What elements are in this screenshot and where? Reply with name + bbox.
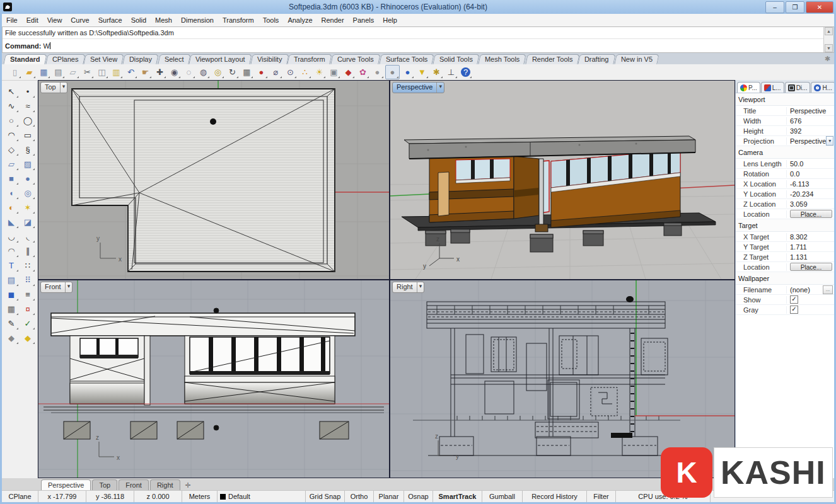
menu-item-view[interactable]: View xyxy=(43,15,67,25)
status-smarttrack[interactable]: SmartTrack xyxy=(433,491,482,502)
value-text[interactable]: -6.113 xyxy=(790,180,809,188)
options-gears-icon[interactable]: ✱ xyxy=(430,66,443,79)
dropdown-arrow-icon[interactable]: ▾ xyxy=(826,136,833,146)
cut-icon[interactable]: ✂ xyxy=(81,66,94,79)
tab-display[interactable]: Di... xyxy=(785,82,811,93)
menu-item-transform[interactable]: Transform xyxy=(218,15,258,25)
copy-icon[interactable]: ◫ xyxy=(95,66,108,79)
fillet-surface-icon[interactable]: ◡ xyxy=(3,229,20,244)
zoom-selected-icon[interactable]: ◎ xyxy=(211,66,224,79)
torus-icon[interactable]: ◎ xyxy=(20,186,36,200)
pan-icon[interactable]: ☛ xyxy=(139,66,152,79)
menu-item-render[interactable]: Render xyxy=(317,15,349,25)
viewport-tab-front[interactable]: Front xyxy=(119,479,149,490)
toolbar-tab-render-tools[interactable]: Render Tools xyxy=(525,54,579,64)
viewport-title-perspective[interactable]: Perspective ▾ xyxy=(392,82,444,93)
checkbox[interactable]: ✓ xyxy=(790,306,798,314)
grid-icon[interactable]: ▦ xyxy=(3,302,20,316)
tab-properties[interactable]: P... xyxy=(737,82,760,93)
zoom-window-icon[interactable]: ◍ xyxy=(197,66,210,79)
split-icon[interactable]: ◪ xyxy=(20,215,36,229)
status-grid-snap[interactable]: Grid Snap xyxy=(306,491,345,502)
shade-sphere-icon[interactable]: ● xyxy=(371,66,384,79)
value-text[interactable]: 1.711 xyxy=(790,243,807,251)
browse-button[interactable]: ... xyxy=(823,285,833,294)
command-scrollbar[interactable]: ▲ ▼ xyxy=(823,27,833,52)
pan-views-icon[interactable]: ✛ xyxy=(182,481,195,490)
viewport-layout-icon[interactable]: ▦ xyxy=(240,66,253,79)
viewport-perspective[interactable]: z x y Perspective ▾ xyxy=(390,81,734,279)
status-filter[interactable]: Filter xyxy=(587,491,616,502)
toolbar-tab-surface-tools[interactable]: Surface Tools xyxy=(379,54,434,64)
menu-item-mesh[interactable]: Mesh xyxy=(151,15,177,25)
rotate-view-icon[interactable]: ↻ xyxy=(226,66,239,79)
viewport-front[interactable]: z x Front ▾ xyxy=(38,280,389,478)
box-icon[interactable]: ■ xyxy=(3,171,20,186)
maximize-button[interactable]: ❐ xyxy=(786,1,804,13)
notes-icon[interactable]: ✎ xyxy=(3,316,20,331)
arc-icon[interactable]: ◠ xyxy=(3,128,20,142)
gear-icon[interactable]: ✱ xyxy=(825,55,830,63)
named-view-car-icon[interactable]: ● xyxy=(255,66,268,79)
zoom-dynamic-icon[interactable]: ◌ xyxy=(182,66,195,79)
status-cplane[interactable]: CPlane xyxy=(2,491,38,502)
surface-icon[interactable]: ▱ xyxy=(3,157,20,171)
rectangle-icon[interactable]: ▭ xyxy=(20,128,36,142)
undo-icon[interactable]: ↶ xyxy=(124,66,137,79)
value-text[interactable]: 0.0 xyxy=(790,170,799,178)
paste-icon[interactable]: ▥ xyxy=(110,66,123,79)
measure-icon[interactable]: ⌀ xyxy=(269,66,282,79)
point-icon[interactable]: • xyxy=(20,84,36,99)
select-arrow-icon[interactable]: ↖ xyxy=(3,84,20,99)
toolbar-tab-select[interactable]: Select xyxy=(158,54,190,64)
status-record-history[interactable]: Record History xyxy=(523,491,587,502)
rendered-viewport-icon[interactable]: ● xyxy=(401,66,414,79)
value-text[interactable]: Perspective xyxy=(790,137,826,145)
center-mark-icon[interactable]: ¤ xyxy=(20,302,36,316)
toolbar-tab-cplanes[interactable]: CPlanes xyxy=(45,54,85,64)
minimize-button[interactable]: – xyxy=(765,1,784,13)
value-text[interactable]: 1.131 xyxy=(790,253,808,261)
toolbar-tab-visibility[interactable]: Visibility xyxy=(250,54,289,64)
save-icon[interactable]: ▦ xyxy=(37,66,50,79)
scroll-up-icon[interactable]: ▲ xyxy=(825,27,833,35)
toolbar-tab-transform[interactable]: Transform xyxy=(287,54,332,64)
tab-help[interactable]: H... xyxy=(811,82,835,93)
viewport-tab-top[interactable]: Top xyxy=(92,479,117,490)
move-icon[interactable]: ✚ xyxy=(153,66,166,79)
check-icon[interactable]: ✓ xyxy=(20,316,36,331)
status-default[interactable]: Default xyxy=(218,491,306,502)
patch-icon[interactable]: ▨ xyxy=(20,157,36,171)
contour-icon[interactable]: ≡ xyxy=(20,287,36,302)
close-button[interactable]: ✕ xyxy=(806,1,833,13)
cylinder-icon[interactable]: ◖ xyxy=(3,186,20,200)
blend-icon[interactable]: ◟ xyxy=(20,229,36,244)
menu-item-panels[interactable]: Panels xyxy=(349,15,379,25)
menu-item-curve[interactable]: Curve xyxy=(66,15,93,25)
place-button[interactable]: Place... xyxy=(790,210,832,218)
toolbar-tab-new-in-v5[interactable]: New in V5 xyxy=(614,54,659,64)
menu-item-edit[interactable]: Edit xyxy=(22,15,43,25)
explode-icon[interactable]: ✶ xyxy=(20,200,36,215)
helix-icon[interactable]: § xyxy=(20,142,36,157)
status-meters[interactable]: Meters xyxy=(182,491,218,502)
array-icon[interactable]: ⠿ xyxy=(20,273,36,287)
toolbar-tab-drafting[interactable]: Drafting xyxy=(578,54,616,64)
value-text[interactable]: -20.234 xyxy=(790,190,813,198)
menu-item-surface[interactable]: Surface xyxy=(94,15,127,25)
render-box-icon[interactable]: ◼ xyxy=(3,287,20,302)
point-cloud-icon[interactable]: ∷ xyxy=(20,258,36,273)
circle-icon[interactable]: ○ xyxy=(3,113,20,128)
offset-icon[interactable]: ∥ xyxy=(20,244,36,258)
value-text[interactable]: 3.059 xyxy=(790,200,808,208)
menu-item-solid[interactable]: Solid xyxy=(127,15,151,25)
ellipse-icon[interactable]: ◯ xyxy=(20,113,36,128)
color-wheel-icon[interactable]: ✿ xyxy=(356,66,369,79)
chevron-down-icon[interactable]: ▾ xyxy=(436,83,444,93)
status-osnap[interactable]: Osnap xyxy=(404,491,433,502)
status-planar[interactable]: Planar xyxy=(374,491,404,502)
menu-item-help[interactable]: Help xyxy=(378,15,402,25)
text-icon[interactable]: T xyxy=(3,258,20,273)
boolean-icon[interactable]: ◐ xyxy=(3,200,20,215)
open-file-icon[interactable]: ▰ xyxy=(23,66,36,79)
